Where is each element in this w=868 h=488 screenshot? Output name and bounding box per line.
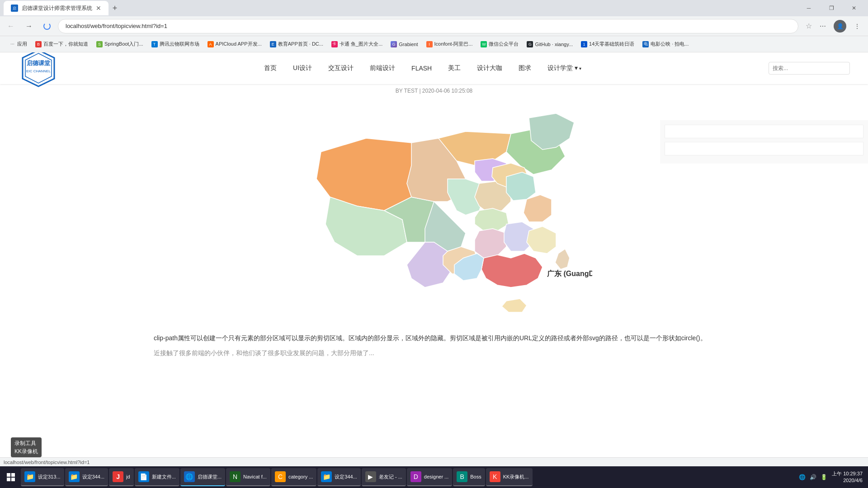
bookmark-apps[interactable]: ⋯ 应用 (5, 39, 31, 49)
bookmark-wechat[interactable]: W 微信公众平台 (477, 39, 522, 49)
profile-icon[interactable]: 👤 (834, 20, 846, 33)
grabient-icon: G (391, 41, 397, 47)
bookmark-star-icon[interactable]: ☆ (806, 22, 812, 30)
taskbar-icon-11: K (490, 471, 500, 482)
recorder-line2: KK录像机 (14, 447, 38, 455)
bookmark-movie[interactable]: 电 电影公映 · 拍电... (639, 39, 692, 49)
taskbar-label-8: 老友记 - ... (379, 474, 402, 480)
status-url: localhost/web/front/topicview.html?id=1 (4, 460, 90, 465)
taskbar-icon-1: 📁 (69, 471, 80, 482)
taskbar-icon-8: ▶ (365, 471, 376, 482)
nav-menu: 首页 UI设计 交互设计 前端设计 FLASH 美工 设计大咖 图求 设计学堂 … (77, 61, 769, 76)
bookmarks-bar: ⋯ 应用 B 百度一下，你就知道 S SpringBoot入门... T 腾讯云… (0, 36, 868, 52)
address-input[interactable]: localhost/web/front/topicview.html?id=1 (58, 19, 798, 33)
logo-area: 启德课堂 EIC CHANNEL (18, 52, 59, 89)
bookmark-japanese[interactable]: 1 14天零基础筑砖日语 (577, 39, 638, 49)
nav-ui[interactable]: UI设计 (286, 61, 319, 76)
bookmark-grabient[interactable]: G Grabient (387, 39, 421, 49)
right-sidebar (660, 120, 868, 164)
taskbar-item-8[interactable]: ▶ 老友记 - ... (362, 468, 406, 486)
bookmark-apicloud[interactable]: A APICloud APP开发... (204, 39, 265, 49)
article-paragraph-1: clip-path属性可以创建一个只有元素的部分区域可以显示的剪切区域。区域内的… (154, 333, 714, 344)
svg-rect-5 (11, 473, 15, 477)
page-content: 启德课堂 EIC CHANNEL 首页 UI设计 交互设计 前端设计 FLASH… (0, 52, 868, 488)
svg-text:EIC CHANNEL: EIC CHANNEL (26, 69, 51, 73)
reload-button[interactable] (40, 19, 54, 33)
nav-home[interactable]: 首页 (257, 61, 284, 76)
cartoon-icon: 卡 (331, 41, 338, 47)
forward-button[interactable]: → (22, 19, 36, 33)
taskbar-item-5[interactable]: N Navicat f... (226, 468, 270, 486)
svg-marker-1 (25, 53, 52, 83)
taskbar-item-1[interactable]: 📁 设定344... (65, 468, 108, 486)
bookmark-label: 教育APP首页 · DC... (278, 41, 323, 47)
taskbar-icon-3: 📄 (138, 471, 149, 482)
nav-academy[interactable]: 设计学堂 ▾ (540, 61, 589, 76)
china-map: 广东 (GuangDong) (276, 98, 592, 324)
minimize-button[interactable]: ─ (798, 1, 819, 15)
active-tab[interactable]: 启 启德课堂设计师需求管理系统 ✕ (4, 1, 108, 15)
taskbar-icon-5: N (230, 471, 241, 482)
apicloud-icon: A (208, 41, 214, 47)
bookmark-label: SpringBoot入门... (104, 41, 143, 47)
nav-seek[interactable]: 图求 (511, 61, 538, 76)
bookmark-label: APICloud APP开发... (216, 41, 262, 47)
taskbar-item-3[interactable]: 📄 新建文件... (135, 468, 179, 486)
tab-favicon: 启 (11, 5, 18, 12)
taskbar-item-2[interactable]: J jd (109, 468, 134, 486)
nav-frontend[interactable]: 前端设计 (363, 61, 402, 76)
bookmark-label: 应用 (17, 41, 27, 47)
close-window-button[interactable]: ✕ (844, 1, 864, 15)
taskbar-right: 🌐 🔊 🔋 上午 10:29:37 2020/4/6 (797, 470, 866, 484)
taskbar-label-6: category ... (288, 474, 313, 479)
system-clock[interactable]: 上午 10:29:37 2020/4/6 (832, 470, 863, 484)
search-input[interactable] (769, 62, 850, 75)
taskbar-item-6[interactable]: C category ... (271, 468, 316, 486)
taskbar-item-10[interactable]: B Boss (453, 468, 485, 486)
bookmark-edu[interactable]: E 教育APP首页 · DC... (266, 39, 327, 49)
bookmark-label: Iconfont-阿里巴... (434, 41, 473, 47)
nav-art[interactable]: 美工 (441, 61, 468, 76)
taskbar-item-9[interactable]: D designer ... (407, 468, 452, 486)
movie-icon: 电 (642, 41, 649, 47)
bookmark-github[interactable]: G GitHub · xiangy... (523, 39, 576, 49)
new-tab-button[interactable]: + (108, 2, 121, 14)
battery-icon[interactable]: 🔋 (819, 473, 828, 482)
network-icon[interactable]: 🌐 (797, 473, 807, 482)
edu-icon: E (270, 41, 276, 47)
nav-flash[interactable]: FLASH (404, 61, 439, 75)
bookmark-tencent[interactable]: T 腾讯云物联网市场 (148, 39, 203, 49)
tab-area: 启 启德课堂设计师需求管理系统 ✕ + (4, 1, 798, 15)
restore-button[interactable]: ❐ (821, 1, 842, 15)
taskbar-icon-6: C (275, 471, 286, 482)
nav-designer[interactable]: 设计大咖 (470, 61, 509, 76)
taskbar-icon-0: 📁 (24, 471, 35, 482)
taskbar-item-11[interactable]: K KK录像机... (486, 468, 533, 486)
bookmark-iconfont[interactable]: I Iconfont-阿里巴... (423, 39, 476, 49)
author-text: BY TEST | 2020-04-06 10:25:08 (396, 88, 473, 94)
taskbar-item-4[interactable]: 🌐 启德课堂... (180, 468, 225, 486)
extensions-area: ⋯ (816, 19, 830, 33)
system-tray: 🌐 🔊 🔋 (797, 473, 828, 482)
bookmark-cartoon[interactable]: 卡 卡通 鱼_图片大全... (328, 39, 386, 49)
article-text: clip-path属性可以创建一个只有元素的部分区域可以显示的剪切区域。区域内的… (0, 324, 868, 371)
back-button[interactable]: ← (4, 19, 18, 33)
volume-icon[interactable]: 🔊 (808, 473, 817, 482)
taskbar-item-7[interactable]: 📁 设定344... (317, 468, 361, 486)
taskbar-item-0[interactable]: 📁 设定313... (21, 468, 64, 486)
taskbar-icon-7: 📁 (321, 471, 332, 482)
bookmark-label: 卡通 鱼_图片大全... (340, 41, 382, 47)
recorder-line1: 录制工具 (14, 439, 38, 447)
tab-close-button[interactable]: ✕ (96, 5, 101, 12)
bookmark-springboot[interactable]: S SpringBoot入门... (93, 39, 147, 49)
url-text: localhost/web/front/topicview.html?id=1 (66, 23, 167, 29)
github-icon: G (527, 41, 533, 47)
start-button[interactable] (2, 468, 20, 486)
menu-button[interactable]: ⋮ (850, 19, 864, 33)
bookmark-baidu[interactable]: B 百度一下，你就知道 (32, 39, 92, 49)
nav-interaction[interactable]: 交互设计 (321, 61, 361, 76)
recorder-watermark: 录制工具 KK录像机 (11, 437, 42, 457)
extension-button-1[interactable]: ⋯ (816, 19, 830, 33)
svg-rect-7 (11, 478, 15, 481)
taskbar-label-3: 新建文件... (152, 474, 176, 480)
